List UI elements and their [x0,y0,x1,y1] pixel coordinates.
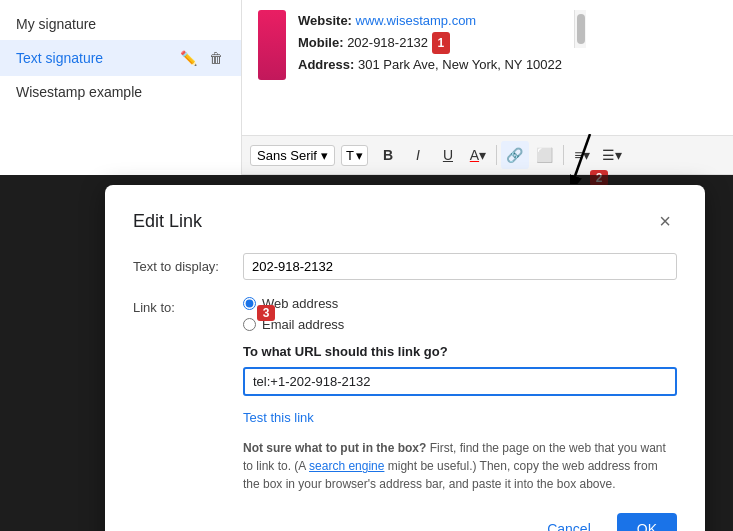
address-label: Address: [298,57,354,72]
sidebar-item-my-signature[interactable]: My signature [0,8,241,40]
toolbar-separator [496,145,497,165]
text-display-label: Text to display: [133,259,243,274]
website-label: Website: [298,13,352,28]
sidebar-item-actions: ✏️ 🗑 [178,48,225,68]
address-value: 301 Park Ave, New York, NY 10022 [358,57,562,72]
cancel-button[interactable]: Cancel [531,513,607,531]
mobile-value: 202-918-2132 [347,35,428,50]
edit-link-modal: Edit Link × Text to display: Link to: We… [105,185,705,531]
badge-3-container: 3 [257,303,275,321]
radio-group: Web address Email address [243,296,677,332]
font-size-selector[interactable]: T ▾ [341,145,368,166]
web-address-radio[interactable] [243,297,256,310]
scrollbar-thumb [577,14,585,44]
italic-button[interactable]: I [404,141,432,169]
sidebar-item-label: Text signature [16,50,103,66]
content-area: Website: www.wisestamp.com Mobile: 202-9… [242,0,733,175]
search-engine-link[interactable]: search engine [309,459,384,473]
link-to-section: Link to: Web address Email address To wh… [133,296,677,493]
text-display-input[interactable] [243,253,677,280]
color-icon: A [470,147,479,163]
signature-text: Website: www.wisestamp.com Mobile: 202-9… [298,10,562,77]
svg-line-1 [575,134,590,176]
ok-button[interactable]: OK [617,513,677,531]
text-color-button[interactable]: A ▾ [464,141,492,169]
image-button[interactable]: ⬜ [531,141,559,169]
url-input[interactable] [243,367,677,396]
image-icon: ⬜ [536,147,553,163]
sidebar-item-label: My signature [16,16,96,32]
sidebar-item-text-signature[interactable]: Text signature ✏️ 🗑 [0,40,241,76]
signature-preview: Website: www.wisestamp.com Mobile: 202-9… [242,0,733,135]
delete-signature-button[interactable]: 🗑 [207,48,225,68]
badge-3: 3 [257,305,275,321]
sidebar: My signature Text signature ✏️ 🗑 Wisesta… [0,0,242,175]
help-text-bold: Not sure what to put in the box? [243,441,426,455]
font-label: Sans Serif [257,148,317,163]
list-dropdown-arrow: ▾ [615,147,622,163]
address-line: Address: 301 Park Ave, New York, NY 1002… [298,54,562,76]
help-text: Not sure what to put in the box? First, … [243,439,677,493]
sidebar-item-label: Wisestamp example [16,84,142,100]
size-dropdown-arrow: ▾ [356,148,363,163]
modal-title: Edit Link [133,211,202,232]
bold-icon: B [383,147,393,163]
bold-button[interactable]: B [374,141,402,169]
link-icon: 🔗 [506,147,523,163]
link-to-label: Link to: [133,296,243,493]
sidebar-item-wisestamp-example[interactable]: Wisestamp example [0,76,241,108]
scrollbar[interactable] [574,10,586,48]
underline-button[interactable]: U [434,141,462,169]
test-link[interactable]: Test this link [243,410,314,425]
mobile-label: Mobile: [298,35,344,50]
website-line: Website: www.wisestamp.com [298,10,562,32]
modal-close-button[interactable]: × [653,209,677,233]
text-display-row: Text to display: [133,253,677,280]
formatting-toolbar: Sans Serif ▾ T ▾ B I U A ▾ 🔗 [242,135,733,175]
url-question: To what URL should this link go? [243,344,677,359]
color-dropdown-arrow: ▾ [479,147,486,163]
email-address-option[interactable]: Email address [243,317,677,332]
email-address-radio[interactable] [243,318,256,331]
website-url[interactable]: www.wisestamp.com [356,13,477,28]
badge-1: 1 [432,32,450,54]
web-address-option[interactable]: Web address [243,296,677,311]
toolbar-separator-2 [563,145,564,165]
url-section: To what URL should this link go? [243,344,677,396]
size-label: T [346,148,354,163]
signature-logo [258,10,286,80]
mobile-line: Mobile: 202-918-2132 1 [298,32,562,54]
italic-icon: I [416,147,420,163]
url-input-wrap [243,367,677,396]
font-selector[interactable]: Sans Serif ▾ [250,145,335,166]
edit-signature-button[interactable]: ✏️ [178,48,199,68]
modal-header: Edit Link × [133,209,677,233]
link-to-content: Web address Email address To what URL sh… [243,296,677,493]
underline-icon: U [443,147,453,163]
link-button[interactable]: 🔗 [501,141,529,169]
modal-footer: Cancel OK [133,513,677,531]
font-dropdown-arrow: ▾ [321,148,328,163]
